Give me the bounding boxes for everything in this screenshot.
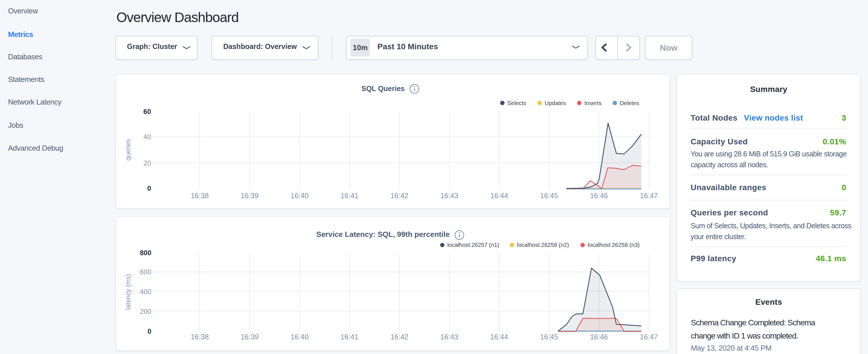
svg-text:16:45: 16:45 (540, 333, 558, 341)
svg-text:latency (ms): latency (ms) (124, 274, 132, 310)
svg-text:16:46: 16:46 (590, 333, 608, 341)
svg-text:16:43: 16:43 (440, 192, 459, 200)
svg-text:16:40: 16:40 (290, 192, 309, 200)
svg-text:16:41: 16:41 (340, 333, 359, 341)
svg-text:16:45: 16:45 (540, 192, 558, 200)
svg-text:16:47: 16:47 (640, 192, 658, 200)
svg-text:queries: queries (124, 139, 132, 160)
svg-text:200: 200 (140, 308, 151, 315)
svg-text:16:39: 16:39 (241, 192, 259, 200)
svg-text:0: 0 (147, 185, 151, 192)
svg-text:16:46: 16:46 (590, 192, 608, 200)
svg-text:localhost:26258 (n3): localhost:26258 (n3) (588, 242, 640, 248)
svg-text:Deletes: Deletes (620, 100, 639, 106)
svg-text:16:42: 16:42 (390, 192, 408, 200)
svg-text:600: 600 (140, 268, 151, 276)
svg-text:40: 40 (143, 133, 151, 141)
svg-text:16:44: 16:44 (490, 333, 508, 341)
svg-text:Inserts: Inserts (584, 100, 601, 106)
svg-text:16:38: 16:38 (191, 192, 209, 200)
svg-text:16:44: 16:44 (490, 192, 508, 200)
svg-text:20: 20 (143, 159, 151, 167)
svg-text:localhost:26259 (n2): localhost:26259 (n2) (517, 242, 569, 248)
svg-text:800: 800 (140, 249, 151, 257)
svg-text:localhost:26257 (n1): localhost:26257 (n1) (447, 242, 499, 248)
svg-text:0: 0 (148, 327, 151, 335)
svg-text:SQL Queries: SQL Queries (361, 85, 405, 93)
svg-text:16:43: 16:43 (440, 333, 459, 341)
svg-text:Updates: Updates (545, 100, 566, 106)
svg-text:Service Latency: SQL, 99th per: Service Latency: SQL, 99th percentile (316, 230, 450, 238)
svg-text:16:41: 16:41 (340, 192, 359, 200)
svg-text:16:38: 16:38 (191, 333, 209, 341)
svg-text:16:42: 16:42 (390, 333, 408, 341)
svg-text:60: 60 (143, 108, 151, 116)
svg-text:16:47: 16:47 (640, 333, 658, 341)
svg-text:16:39: 16:39 (241, 333, 259, 341)
svg-text:16:40: 16:40 (290, 333, 309, 341)
svg-text:Selects: Selects (507, 100, 526, 106)
svg-text:400: 400 (140, 288, 151, 296)
